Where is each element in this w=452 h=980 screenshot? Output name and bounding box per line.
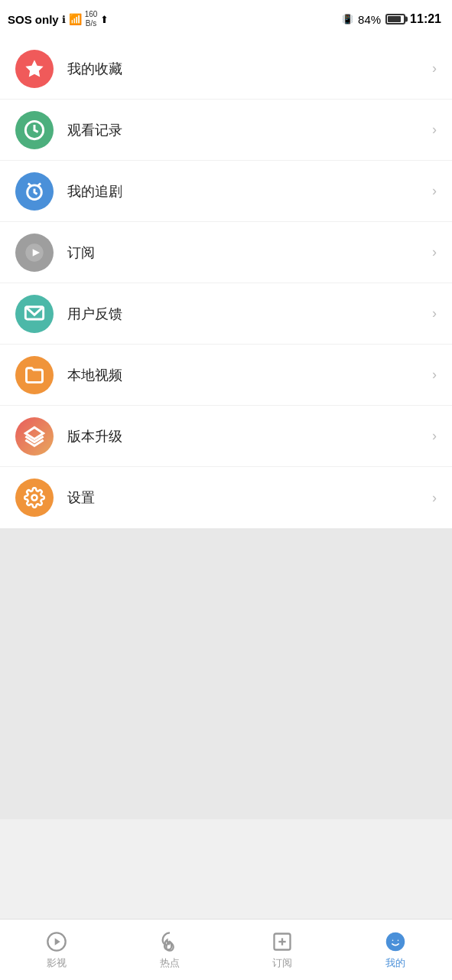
folder-icon [24, 364, 45, 386]
tab-hot-label: 热点 [160, 956, 180, 970]
subscribe-icon-wrap [15, 234, 54, 272]
menu-item-history[interactable]: 观看记录 › [0, 100, 452, 161]
message-icon [24, 303, 45, 325]
menu-item-follow[interactable]: 我的追剧 › [0, 161, 452, 222]
svg-point-9 [32, 495, 37, 501]
tab-item-mine[interactable]: 我的 [339, 923, 452, 978]
settings-label: 设置 [67, 488, 432, 507]
menu-item-local[interactable]: 本地视频 › [0, 345, 452, 406]
tab-subscribe-label: 订阅 [272, 956, 292, 970]
follow-icon-wrap [15, 172, 54, 211]
svg-point-15 [386, 933, 404, 950]
plus-square-icon [272, 931, 293, 952]
tab-bar: 影视 热点 订阅 [0, 919, 452, 980]
local-arrow: › [432, 367, 437, 383]
follow-label: 我的追剧 [67, 182, 432, 201]
svg-marker-11 [55, 938, 60, 945]
local-icon-wrap [15, 356, 54, 394]
feedback-arrow: › [432, 305, 437, 322]
feedback-label: 用户反馈 [67, 305, 432, 323]
upload-icon: ⬆ [100, 14, 109, 25]
tab-movies-label: 影视 [47, 956, 67, 970]
update-arrow: › [432, 428, 437, 444]
clock-time: 11:21 [410, 12, 441, 26]
gray-content-area [0, 528, 452, 819]
tab-mine-icon [384, 930, 407, 953]
alarm-icon [24, 181, 45, 202]
menu-list: 我的收藏 › 观看记录 › 我的追剧 › [0, 38, 452, 528]
favorites-arrow: › [432, 60, 437, 77]
update-icon-wrap [15, 417, 54, 456]
battery-percent: 84% [358, 13, 381, 26]
tab-subscribe-icon [271, 930, 294, 953]
feedback-icon-wrap [15, 295, 54, 333]
menu-item-feedback[interactable]: 用户反馈 › [0, 283, 452, 345]
tab-item-hot[interactable]: 热点 [113, 923, 226, 978]
menu-item-favorites[interactable]: 我的收藏 › [0, 38, 452, 100]
data-speed: 160 B/s [85, 10, 98, 28]
subscribe-arrow: › [432, 244, 437, 260]
play-circle-icon [46, 931, 67, 952]
battery-icon [385, 14, 405, 24]
update-label: 版本升级 [67, 427, 432, 446]
history-icon-wrap [15, 111, 54, 149]
warning-icon: ℹ [62, 14, 66, 25]
star-icon [24, 58, 45, 80]
local-label: 本地视频 [67, 366, 432, 384]
menu-item-subscribe[interactable]: 订阅 › [0, 222, 452, 283]
follow-arrow: › [432, 183, 437, 199]
tab-item-subscribe[interactable]: 订阅 [226, 923, 340, 978]
settings-arrow: › [432, 490, 437, 506]
play-icon [24, 242, 45, 263]
status-bar: SOS only ℹ 📶 160 B/s ⬆ 📳 84% 11:21 [0, 0, 452, 38]
settings-icon-wrap [15, 479, 54, 517]
tab-item-movies[interactable]: 影视 [0, 923, 113, 978]
sim-icon: 📳 [342, 14, 353, 24]
gear-icon [24, 487, 45, 508]
wifi-icon: 📶 [69, 13, 82, 25]
status-left: SOS only ℹ 📶 160 B/s ⬆ [8, 10, 109, 28]
svg-line-4 [37, 183, 41, 186]
favorites-icon-wrap [15, 50, 54, 88]
tab-movies-icon [45, 930, 68, 953]
menu-item-update[interactable]: 版本升级 › [0, 406, 452, 467]
menu-item-settings[interactable]: 设置 › [0, 467, 452, 528]
svg-point-17 [397, 939, 399, 941]
status-right: 📳 84% 11:21 [342, 12, 441, 26]
tab-mine-label: 我的 [385, 956, 405, 970]
svg-point-16 [392, 939, 394, 941]
history-label: 观看记录 [67, 121, 432, 139]
sos-text: SOS only [8, 13, 59, 26]
svg-marker-0 [25, 60, 43, 77]
clock-icon [24, 119, 45, 141]
subscribe-label: 订阅 [67, 243, 432, 262]
svg-line-3 [28, 183, 31, 186]
favorites-label: 我的收藏 [67, 60, 432, 78]
history-arrow: › [432, 122, 437, 138]
tab-hot-icon [158, 930, 181, 953]
layers-icon [24, 426, 45, 447]
fire-icon [159, 931, 180, 952]
smiley-icon [385, 931, 406, 952]
